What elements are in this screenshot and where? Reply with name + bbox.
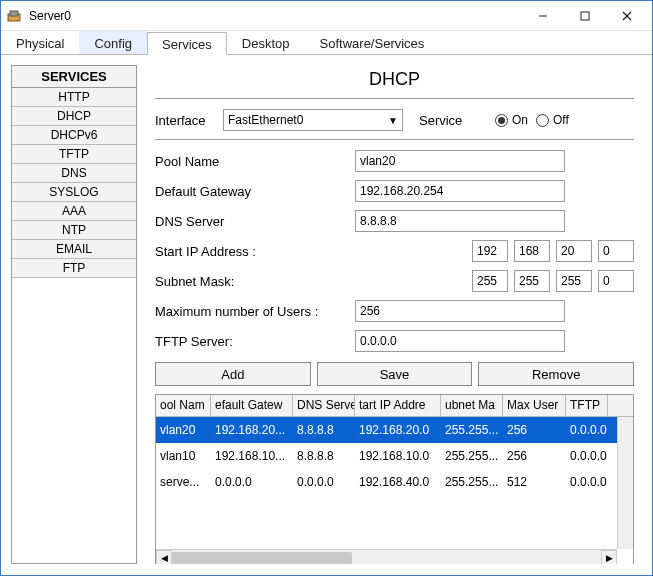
th-tftp[interactable]: TFTP xyxy=(566,395,608,416)
svg-rect-3 xyxy=(581,12,589,20)
max-users-input[interactable] xyxy=(355,300,565,322)
pool-name-input[interactable] xyxy=(355,150,565,172)
vertical-scrollbar[interactable] xyxy=(617,417,633,549)
subnet-oct3[interactable] xyxy=(556,270,592,292)
sidebar-item-tftp[interactable]: TFTP xyxy=(12,145,136,164)
interface-select[interactable]: FastEthernet0 ▼ xyxy=(223,109,403,131)
tftp-input[interactable] xyxy=(355,330,565,352)
scroll-right-icon[interactable]: ▶ xyxy=(601,550,617,565)
window-controls xyxy=(522,1,648,30)
horizontal-scrollbar[interactable]: ◀ ▶ xyxy=(156,549,617,564)
dns-input[interactable] xyxy=(355,210,565,232)
sidebar-item-http[interactable]: HTTP xyxy=(12,88,136,107)
max-users-label: Maximum number of Users : xyxy=(155,304,355,319)
table-cell: 8.8.8.8 xyxy=(293,445,355,467)
start-ip-oct4[interactable] xyxy=(598,240,634,262)
main-panel: DHCP Interface FastEthernet0 ▼ Service O… xyxy=(137,65,642,564)
service-on-radio[interactable]: On xyxy=(495,113,528,127)
service-label: Service xyxy=(419,113,487,128)
subnet-oct4[interactable] xyxy=(598,270,634,292)
service-off-radio[interactable]: Off xyxy=(536,113,569,127)
sidebar-item-dns[interactable]: DNS xyxy=(12,164,136,183)
start-ip-oct3[interactable] xyxy=(556,240,592,262)
table-cell: 192.168.40.0 xyxy=(355,471,441,493)
table-cell: 255.255... xyxy=(441,471,503,493)
maximize-button[interactable] xyxy=(564,1,606,30)
tab-services[interactable]: Services xyxy=(147,32,227,55)
window: Server0 Physical Config Services Desktop… xyxy=(0,0,653,576)
table-cell: 192.168.20... xyxy=(211,419,293,441)
minimize-button[interactable] xyxy=(522,1,564,30)
table-cell: vlan20 xyxy=(156,419,211,441)
interface-label: Interface xyxy=(155,113,223,128)
table-cell: 256 xyxy=(503,445,566,467)
th-gateway[interactable]: efault Gatew xyxy=(211,395,293,416)
th-mask[interactable]: ubnet Ma xyxy=(441,395,503,416)
table-cell: 0.0.0.0 xyxy=(211,471,293,493)
tabbar: Physical Config Services Desktop Softwar… xyxy=(1,31,652,55)
table-row[interactable]: serve...0.0.0.00.0.0.0192.168.40.0255.25… xyxy=(156,469,633,495)
scroll-left-icon[interactable]: ◀ xyxy=(156,550,172,565)
tab-physical[interactable]: Physical xyxy=(1,31,79,54)
table-cell: 8.8.8.8 xyxy=(293,419,355,441)
table-cell: 192.168.10... xyxy=(211,445,293,467)
titlebar: Server0 xyxy=(1,1,652,31)
sidebar-item-email[interactable]: EMAIL xyxy=(12,240,136,259)
sidebar-header: SERVICES xyxy=(12,66,136,88)
tftp-label: TFTP Server: xyxy=(155,334,355,349)
table-header: ool Nam efault Gatew DNS Serve tart IP A… xyxy=(156,395,633,417)
tab-desktop[interactable]: Desktop xyxy=(227,31,305,54)
dns-label: DNS Server xyxy=(155,214,355,229)
tab-software-services[interactable]: Software/Services xyxy=(305,31,440,54)
pool-name-label: Pool Name xyxy=(155,154,355,169)
app-icon xyxy=(5,7,23,25)
sidebar-item-dhcp[interactable]: DHCP xyxy=(12,107,136,126)
table-cell: 0.0.0.0 xyxy=(293,471,355,493)
table-cell: 0.0.0.0 xyxy=(566,419,608,441)
save-button[interactable]: Save xyxy=(317,362,473,386)
sidebar-item-ftp[interactable]: FTP xyxy=(12,259,136,278)
th-start[interactable]: tart IP Addre xyxy=(355,395,441,416)
service-group: Service On Off xyxy=(419,113,569,128)
start-ip-oct1[interactable] xyxy=(472,240,508,262)
window-title: Server0 xyxy=(29,9,522,23)
table-cell: serve... xyxy=(156,471,211,493)
off-label: Off xyxy=(553,113,569,127)
interface-row: Interface FastEthernet0 ▼ Service On Off xyxy=(155,109,634,131)
table-cell: 192.168.10.0 xyxy=(355,445,441,467)
th-dns[interactable]: DNS Serve xyxy=(293,395,355,416)
subnet-oct1[interactable] xyxy=(472,270,508,292)
table-cell: 192.168.20.0 xyxy=(355,419,441,441)
sidebar-item-aaa[interactable]: AAA xyxy=(12,202,136,221)
start-ip-oct2[interactable] xyxy=(514,240,550,262)
divider xyxy=(155,98,634,99)
close-button[interactable] xyxy=(606,1,648,30)
sidebar: SERVICES HTTP DHCP DHCPv6 TFTP DNS SYSLO… xyxy=(11,65,137,564)
table-cell: 255.255... xyxy=(441,445,503,467)
gateway-input[interactable] xyxy=(355,180,565,202)
on-label: On xyxy=(512,113,528,127)
th-max[interactable]: Max User xyxy=(503,395,566,416)
table-row[interactable]: vlan20192.168.20...8.8.8.8192.168.20.025… xyxy=(156,417,633,443)
th-pool[interactable]: ool Nam xyxy=(156,395,211,416)
tab-config[interactable]: Config xyxy=(79,31,147,54)
add-button[interactable]: Add xyxy=(155,362,311,386)
button-row: Add Save Remove xyxy=(155,362,634,386)
interface-value: FastEthernet0 xyxy=(228,113,303,127)
sidebar-item-syslog[interactable]: SYSLOG xyxy=(12,183,136,202)
table-body: vlan20192.168.20...8.8.8.8192.168.20.025… xyxy=(156,417,633,495)
sidebar-item-dhcpv6[interactable]: DHCPv6 xyxy=(12,126,136,145)
panel-title: DHCP xyxy=(155,65,634,98)
table-cell: vlan10 xyxy=(156,445,211,467)
table-row[interactable]: vlan10192.168.10...8.8.8.8192.168.10.025… xyxy=(156,443,633,469)
table-cell: 256 xyxy=(503,419,566,441)
subnet-oct2[interactable] xyxy=(514,270,550,292)
pools-table: ool Nam efault Gatew DNS Serve tart IP A… xyxy=(155,394,634,564)
scroll-thumb[interactable] xyxy=(172,552,352,564)
start-ip-label: Start IP Address : xyxy=(155,244,355,259)
sidebar-item-ntp[interactable]: NTP xyxy=(12,221,136,240)
remove-button[interactable]: Remove xyxy=(478,362,634,386)
table-cell: 0.0.0.0 xyxy=(566,471,608,493)
subnet-label: Subnet Mask: xyxy=(155,274,355,289)
table-cell: 255.255... xyxy=(441,419,503,441)
